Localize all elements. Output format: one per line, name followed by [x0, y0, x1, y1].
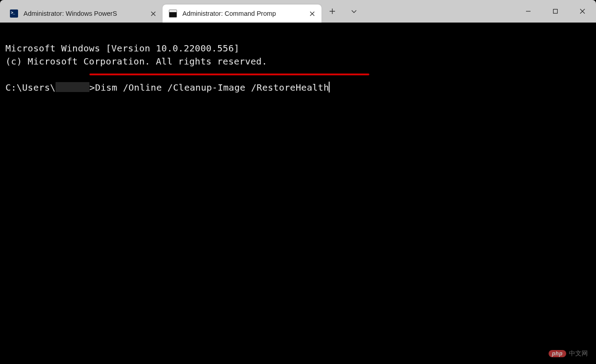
tab-cmd[interactable]: Administrator: Command Promp: [163, 5, 321, 23]
title-bar: Administrator: Windows PowerS Administra…: [0, 0, 596, 23]
redacted-username: [56, 82, 89, 92]
close-tab-button[interactable]: [307, 9, 317, 18]
window-controls: [515, 0, 596, 23]
prompt-line: C:\Users\>Dism /Online /Cleanup-Image /R…: [5, 82, 330, 93]
tab-title: Administrator: Command Promp: [182, 10, 303, 17]
minimize-button[interactable]: [515, 0, 542, 23]
terminal-output[interactable]: Microsoft Windows [Version 10.0.22000.55…: [0, 23, 596, 364]
tab-powershell[interactable]: Administrator: Windows PowerS: [4, 5, 163, 23]
tabs-area: Administrator: Windows PowerS Administra…: [0, 0, 321, 23]
svg-rect-0: [554, 9, 558, 14]
close-tab-button[interactable]: [148, 9, 158, 18]
new-tab-button[interactable]: [321, 0, 343, 23]
powershell-icon: [10, 9, 18, 18]
close-window-button[interactable]: [569, 0, 596, 23]
tab-dropdown-button[interactable]: [343, 0, 365, 23]
annotation-underline: [89, 74, 369, 75]
banner-line: Microsoft Windows [Version 10.0.22000.55…: [5, 43, 239, 54]
cmd-icon: [169, 9, 177, 18]
prompt-prefix: C:\Users\: [5, 82, 56, 93]
tab-title: Administrator: Windows PowerS: [23, 10, 144, 17]
banner-line: (c) Microsoft Corporation. All rights re…: [5, 56, 267, 67]
command-text: Dism /Online /Cleanup-Image /RestoreHeal…: [95, 81, 329, 94]
tab-actions: [321, 0, 365, 23]
prompt-suffix: >: [89, 82, 95, 93]
maximize-button[interactable]: [542, 0, 569, 23]
